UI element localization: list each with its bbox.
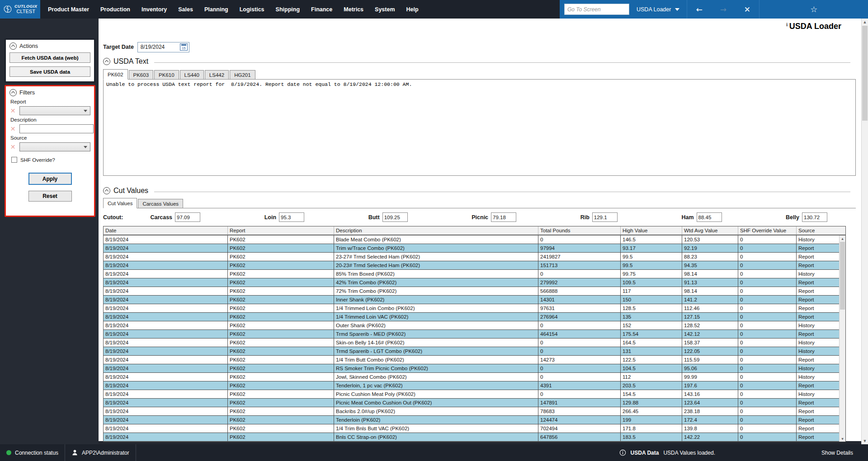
column-header-description[interactable]: Description bbox=[334, 226, 538, 235]
usda-text-tab[interactable]: PK610 bbox=[154, 70, 179, 79]
filters-panel-header[interactable]: Filters bbox=[9, 89, 90, 96]
cutout-part-value-input[interactable]: 129.1 bbox=[592, 212, 618, 222]
table-row[interactable]: 8/19/2024 PK602 20-23# Trmd Selected Ham… bbox=[104, 261, 845, 270]
menu-item[interactable]: Sales bbox=[178, 6, 193, 13]
table-row[interactable]: 8/19/2024 PK602 Picnic Cushion Meat Poly… bbox=[104, 390, 845, 399]
calendar-icon[interactable]: 15 bbox=[180, 43, 188, 51]
table-row[interactable]: 8/19/2024 PK602 Tenderloin (PK602) 12447… bbox=[104, 416, 845, 424]
shf-override-checkbox[interactable] bbox=[11, 157, 17, 163]
table-row[interactable]: 8/19/2024 PK602 85% Trim Boxed (PK602) 0… bbox=[104, 270, 845, 278]
actions-panel-header[interactable]: Actions bbox=[9, 42, 90, 50]
usda-text-content[interactable]: Unable to process USDA text report for 8… bbox=[103, 80, 856, 176]
table-row[interactable]: 8/19/2024 PK602 Trim w/Trace Combo (PK60… bbox=[104, 244, 845, 253]
apply-filters-button[interactable]: Apply bbox=[28, 173, 72, 185]
menu-item[interactable]: System bbox=[375, 6, 395, 13]
cutout-part-value-input[interactable]: 130.72 bbox=[802, 212, 827, 222]
cutout-part-value-input[interactable]: 88.45 bbox=[697, 212, 722, 222]
column-header-high-value[interactable]: High Value bbox=[621, 226, 682, 235]
clear-source-filter-icon[interactable]: ✕ bbox=[9, 143, 16, 151]
cutout-part-value-input[interactable]: 79.18 bbox=[491, 212, 516, 222]
table-row[interactable]: 8/19/2024 PK602 1/4 Trim Bnls Butt VAC (… bbox=[104, 424, 845, 433]
target-date-input[interactable]: 8/19/2024 15 bbox=[137, 42, 189, 52]
cutout-part-value-input[interactable]: 97.09 bbox=[175, 212, 200, 222]
top-menu-bar: CUTLOGIX CLTEST Product MasterProduction… bbox=[0, 0, 868, 19]
usda-text-tab[interactable]: HG201 bbox=[230, 70, 255, 79]
table-row[interactable]: 8/19/2024 PK602 1/4 Trimmed Loin Combo (… bbox=[104, 304, 845, 313]
menu-item[interactable]: Production bbox=[100, 6, 130, 13]
scroll-down-icon[interactable]: ▼ bbox=[862, 437, 868, 444]
scroll-up-icon[interactable]: ▲ bbox=[840, 235, 845, 241]
scroll-up-icon[interactable]: ▲ bbox=[862, 19, 868, 25]
reset-filters-button[interactable]: Reset bbox=[28, 191, 72, 202]
cutout-part-value-input[interactable]: 109.25 bbox=[382, 212, 408, 222]
cell-report: PK602 bbox=[228, 235, 334, 244]
cell-date: 8/19/2024 bbox=[104, 433, 228, 441]
report-filter-dropdown[interactable] bbox=[19, 106, 90, 115]
table-row[interactable]: 8/19/2024 PK602 Bnls CC Strap-on (PK602)… bbox=[104, 433, 845, 442]
table-row[interactable]: 8/19/2024 PK602 Skin-on Belly 14-16# (PK… bbox=[104, 339, 845, 347]
cell-high-value: 171.8 bbox=[621, 424, 682, 433]
menu-item[interactable]: Planning bbox=[204, 6, 228, 13]
description-filter-input[interactable] bbox=[19, 124, 94, 133]
screen-selector-dropdown[interactable]: USDA Loader bbox=[629, 0, 687, 19]
source-filter-dropdown[interactable] bbox=[19, 142, 90, 151]
usda-text-tab[interactable]: LS440 bbox=[180, 70, 204, 79]
table-row[interactable]: 8/19/2024 PK602 Tenderloin, 1 pc vac (PK… bbox=[104, 381, 845, 390]
table-row[interactable]: 8/19/2024 PK602 42% Trim Combo (PK602) 2… bbox=[104, 278, 845, 287]
cut-values-tab[interactable]: Carcass Values bbox=[138, 199, 183, 208]
grid-scrollbar-thumb[interactable] bbox=[840, 242, 845, 310]
usda-text-tab[interactable]: PK603 bbox=[129, 70, 154, 79]
save-usda-data-button[interactable]: Save USDA data bbox=[9, 66, 90, 77]
column-header-total-pounds[interactable]: Total Pounds bbox=[538, 226, 621, 235]
table-row[interactable]: 8/19/2024 PK602 Jowl, Skinned Combo (PK6… bbox=[104, 373, 845, 381]
page-scrollbar-thumb[interactable] bbox=[862, 26, 868, 121]
column-header-report[interactable]: Report bbox=[228, 226, 334, 235]
usda-text-tab[interactable]: PK602 bbox=[103, 69, 128, 80]
grid-scrollbar[interactable]: ▲ ▼ bbox=[839, 235, 845, 442]
cut-values-tab[interactable]: Cut Values bbox=[103, 198, 137, 208]
table-row[interactable]: 8/19/2024 PK602 RS Smoker Trim Picnic Co… bbox=[104, 364, 845, 373]
user-icon bbox=[71, 449, 78, 456]
cell-wtd-avg-value: 197.6 bbox=[682, 381, 738, 390]
cell-report: PK602 bbox=[228, 313, 334, 321]
column-header-date[interactable]: Date bbox=[104, 226, 228, 235]
menu-item[interactable]: Finance bbox=[311, 6, 332, 13]
back-button[interactable]: ← bbox=[687, 0, 711, 19]
table-row[interactable]: 8/19/2024 PK602 Trmd Sparerib - MED (PK6… bbox=[104, 330, 845, 339]
menu-item[interactable]: Logistics bbox=[240, 6, 264, 13]
close-screen-button[interactable]: ✕ bbox=[735, 0, 759, 19]
scroll-down-icon[interactable]: ▼ bbox=[840, 436, 845, 442]
cut-values-expander[interactable]: Cut Values bbox=[103, 187, 861, 195]
menu-item[interactable]: Product Master bbox=[48, 6, 89, 13]
goto-screen-input[interactable] bbox=[564, 4, 629, 15]
table-row[interactable]: 8/19/2024 PK602 Blade Meat Combo (PK602)… bbox=[104, 235, 845, 244]
favorite-button[interactable]: ☆ bbox=[802, 5, 826, 14]
cutout-part-value-input[interactable]: 95.3 bbox=[279, 212, 304, 222]
column-header-source[interactable]: Source bbox=[797, 226, 845, 235]
column-header-wtd-avg-value[interactable]: Wtd Avg Value bbox=[682, 226, 738, 235]
table-row[interactable]: 8/19/2024 PK602 Trmd Sparerib - LGT Comb… bbox=[104, 347, 845, 356]
cell-high-value: 122.5 bbox=[621, 356, 682, 364]
menu-item[interactable]: Inventory bbox=[142, 6, 167, 13]
page-scrollbar[interactable]: ▲ ▼ bbox=[861, 19, 868, 444]
table-row[interactable]: 8/19/2024 PK602 Inner Shank (PK602) 1430… bbox=[104, 296, 845, 304]
table-row[interactable]: 8/19/2024 PK602 1/4 Trimmed Loin VAC (PK… bbox=[104, 313, 845, 321]
menu-item[interactable]: Help bbox=[406, 6, 419, 13]
show-details-button[interactable]: Show Details bbox=[821, 450, 868, 456]
table-row[interactable]: 8/19/2024 PK602 Outer Shank (PK602) 0 15… bbox=[104, 321, 845, 330]
menu-item[interactable]: Metrics bbox=[344, 6, 363, 13]
usda-text-tab[interactable]: LS442 bbox=[205, 70, 229, 79]
cell-source: Report bbox=[797, 433, 845, 441]
table-row[interactable]: 8/19/2024 PK602 23-27# Trmd Selected Ham… bbox=[104, 253, 845, 261]
clear-report-filter-icon[interactable]: ✕ bbox=[9, 107, 16, 114]
table-row[interactable]: 8/19/2024 PK602 Backribs 2.0#/up (PK602)… bbox=[104, 407, 845, 416]
fetch-usda-data-button[interactable]: Fetch USDA data (web) bbox=[9, 52, 90, 63]
table-row[interactable]: 8/19/2024 PK602 1/4 Trim Butt Combo (PK6… bbox=[104, 356, 845, 364]
table-row[interactable]: 8/19/2024 PK602 Picnic Meat Combo Cushio… bbox=[104, 399, 845, 407]
column-header-shf-override-value[interactable]: SHF Override Value bbox=[738, 226, 797, 235]
menu-item[interactable]: Shipping bbox=[276, 6, 300, 13]
table-row[interactable]: 8/19/2024 PK602 72% Trim Combo (PK602) 5… bbox=[104, 287, 845, 296]
usda-text-expander[interactable]: USDA Text bbox=[103, 57, 861, 66]
forward-button[interactable]: → bbox=[711, 0, 735, 19]
clear-description-filter-icon[interactable]: ✕ bbox=[9, 125, 16, 132]
